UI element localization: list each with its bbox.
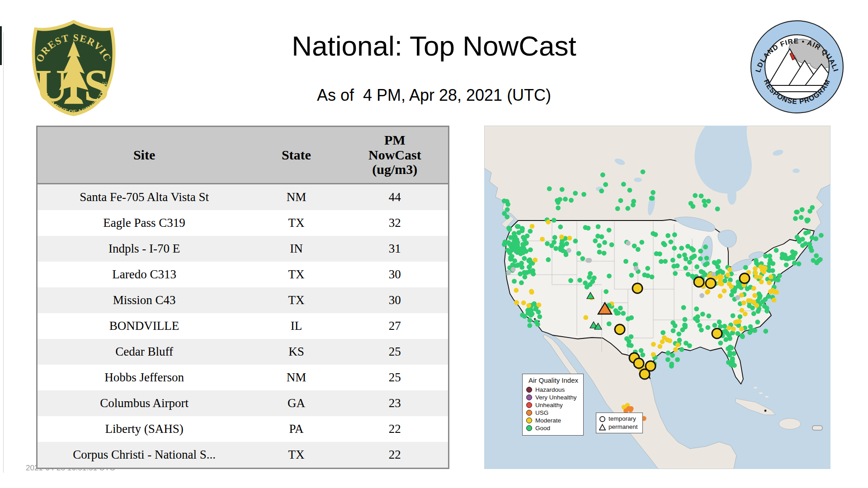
monitor-dot-good <box>800 207 805 212</box>
monitor-dot-moderate <box>770 288 775 293</box>
monitor-dot-good <box>810 205 815 210</box>
monitor-dot-good <box>794 210 799 215</box>
monitor-dot-good <box>629 334 634 339</box>
monitor-dot-good <box>503 239 508 244</box>
monitor-dot-good <box>705 261 710 266</box>
monitor-dot-good <box>546 257 551 262</box>
monitor-dot-good <box>527 323 532 328</box>
table-row: Cedar BluffKS25 <box>37 339 449 365</box>
site-cell: BONDVILLE <box>37 313 251 339</box>
monitor-dot-moderate <box>521 300 526 305</box>
monitor-dot-good <box>552 235 557 240</box>
monitor-dot-good <box>607 321 612 326</box>
monitor-dot-good <box>597 250 602 255</box>
monitor-dot-moderate <box>772 298 777 303</box>
monitor-dot-good <box>580 256 585 261</box>
monitor-dot-good <box>654 251 659 256</box>
monitor-dot-moderate <box>739 327 744 332</box>
pm-nowcast-cell: 30 <box>342 287 449 313</box>
monitor-dot-good <box>698 323 703 328</box>
monitor-dot-good <box>581 192 586 197</box>
monitor-dot-good <box>599 188 604 193</box>
monitor-dot-moderate <box>514 288 519 293</box>
monitor-dot-good <box>680 328 685 333</box>
monitor-dot-good <box>716 259 721 264</box>
site-cell: Corpus Christi - National S... <box>37 442 251 469</box>
monitor-dot-missing <box>566 248 571 253</box>
highlighted-site-circle <box>740 273 750 283</box>
pm-nowcast-cell: 22 <box>342 442 449 469</box>
monitor-dot-good <box>763 329 768 334</box>
monitor-dot-moderate <box>660 339 665 344</box>
table-row: Indpls - I-70 EIN31 <box>37 236 449 262</box>
monitor-dot-good <box>767 253 772 258</box>
monitor-dot-good <box>669 361 674 366</box>
monitor-dot-good <box>777 273 782 278</box>
monitor-dot-good <box>748 324 753 329</box>
monitor-dot-good <box>669 239 674 244</box>
monitor-dot-good <box>730 357 735 362</box>
monitor-dot-good <box>723 337 728 342</box>
monitor-dot-moderate <box>540 237 545 242</box>
monitor-dot-good <box>699 328 704 333</box>
state-cell: GA <box>251 390 341 416</box>
monitor-dot-good <box>673 271 678 276</box>
monitor-dot-good <box>677 253 682 258</box>
monitor-dot-good <box>549 243 554 248</box>
highlighted-site-circle <box>634 358 644 368</box>
monitor-dot-moderate <box>530 224 535 229</box>
state-cell: TX <box>251 442 341 469</box>
monitor-dot-good <box>614 311 619 316</box>
monitor-dot-good <box>528 318 533 323</box>
aqi-legend-label: Hazardous <box>535 386 565 394</box>
monitor-dot-good <box>508 235 513 240</box>
monitor-dot-good <box>774 248 779 253</box>
monitor-dot-good <box>530 268 535 273</box>
monitor-dot-good <box>609 242 614 247</box>
monitor-dot-good <box>516 224 521 229</box>
monitor-dot-good <box>706 314 711 319</box>
site-cell: Cedar Bluff <box>37 339 251 365</box>
canada-lake-2 <box>634 178 642 182</box>
monitor-dot-good <box>712 260 717 265</box>
monitor-dot-good <box>588 282 593 287</box>
site-cell: Indpls - I-70 E <box>37 236 251 262</box>
monitor-dot-good <box>618 198 623 203</box>
monitor-dot-good <box>799 215 804 220</box>
page-title: National: Top NowCast <box>0 30 868 62</box>
site-cell: Eagle Pass C319 <box>37 210 251 236</box>
monitor-dot-good <box>523 275 528 280</box>
monitor-dot-good <box>665 233 670 238</box>
monitor-dot-good <box>764 305 769 310</box>
monitor-dot-good <box>731 313 736 318</box>
aqi-color-dot <box>526 410 532 416</box>
column-header: Site <box>37 127 251 184</box>
marker-legend-label: temporary <box>609 415 636 423</box>
pm-nowcast-cell: 44 <box>342 184 449 211</box>
monitor-dot-good <box>596 224 601 229</box>
monitor-dot-good <box>770 268 775 273</box>
monitor-dot-moderate <box>727 267 732 272</box>
monitor-dot-moderate <box>763 266 768 271</box>
aqi-color-dot <box>526 387 532 393</box>
monitor-dot-good <box>528 247 533 252</box>
aqi-legend-item: Good <box>526 424 580 432</box>
monitor-dot-good <box>659 259 664 264</box>
monitor-dot-good <box>507 227 512 232</box>
pm-nowcast-cell: 30 <box>342 262 449 287</box>
monitor-dot-good <box>509 248 514 253</box>
bahamas-3 <box>765 396 769 398</box>
monitor-dot-good <box>705 325 710 330</box>
monitor-dot-moderate <box>533 258 538 263</box>
cuba-city-dot <box>764 410 767 412</box>
table-row: Liberty (SAHS)PA22 <box>37 416 449 442</box>
aqi-color-dot <box>526 418 532 423</box>
monitor-dot-good <box>819 233 824 238</box>
highlighted-site-circle <box>706 278 716 288</box>
monitor-dot-moderate <box>767 280 772 285</box>
monitor-dot-missing <box>506 270 511 275</box>
monitor-dot-good <box>776 277 781 282</box>
aqi-legend-item: Very Unhealthy <box>526 394 580 401</box>
monitor-dot-moderate <box>651 352 656 357</box>
monitor-dot-good <box>689 246 694 251</box>
